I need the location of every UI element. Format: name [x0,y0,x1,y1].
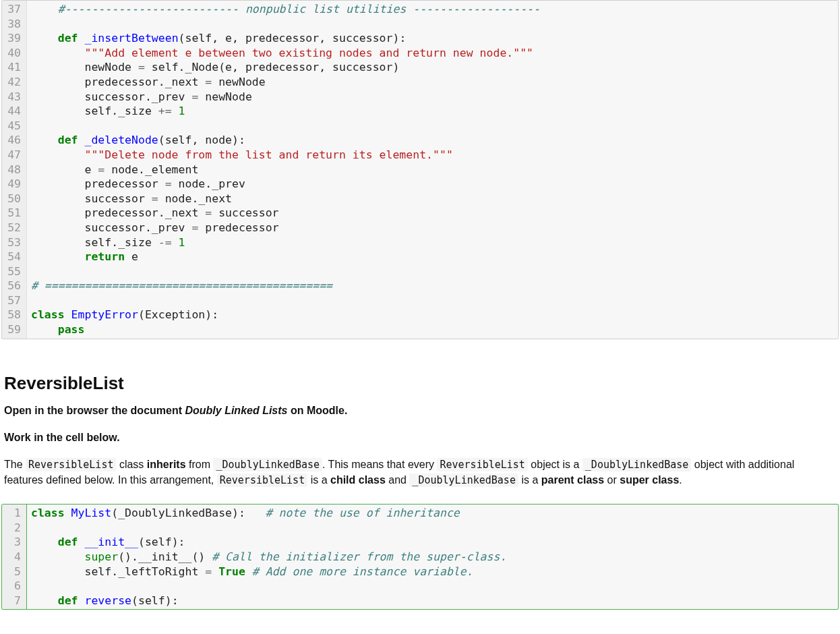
section-heading: ReversibleList [4,373,836,394]
markdown-cell: ReversibleList Open in the browser the d… [0,339,840,505]
line-gutter: 3738394041424344454647484950515253545556… [2,1,27,339]
code-area[interactable]: class MyList(_DoublyLinkedBase): # note … [27,505,838,609]
notebook-page: 3738394041424344454647484950515253545556… [0,0,840,610]
paragraph-open-doc: Open in the browser the document Doubly … [4,403,836,418]
code-cell-1[interactable]: 3738394041424344454647484950515253545556… [1,0,839,339]
line-gutter: 1234567 [2,505,27,609]
paragraph-work-below: Work in the cell below. [4,430,836,445]
code-area[interactable]: #-------------------------- nonpublic li… [27,1,838,339]
code-cell-2-selected[interactable]: 1234567 class MyList(_DoublyLinkedBase):… [1,504,839,610]
paragraph-inheritance: The ReversibleList class inherits from _… [4,457,836,488]
